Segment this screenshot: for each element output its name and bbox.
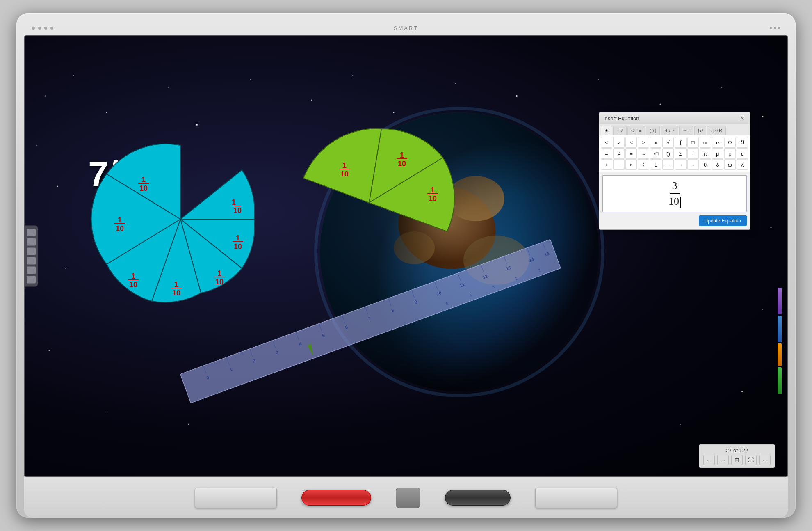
sym-approx[interactable]: ≈ xyxy=(638,148,649,159)
bottom-button-right[interactable] xyxy=(535,488,617,508)
sym-tab-calculus[interactable]: ∫ ∂ xyxy=(694,126,707,135)
sym-tab-ops[interactable]: ± √ xyxy=(613,126,627,135)
sym-rho[interactable]: ρ xyxy=(724,148,736,159)
bottom-circle[interactable] xyxy=(396,488,420,508)
nav-back-button[interactable]: ← xyxy=(703,455,715,465)
sym-delta[interactable]: δ xyxy=(712,159,723,170)
sym-lambda[interactable]: λ xyxy=(737,159,748,170)
update-equation-button[interactable]: Update Equation xyxy=(699,215,747,226)
sym-gt[interactable]: > xyxy=(613,137,625,148)
side-btn-1[interactable] xyxy=(27,229,36,236)
screen: 7/10 1 10 1 10 1 10 1 10 1 xyxy=(24,35,788,477)
side-btn-6[interactable] xyxy=(27,276,36,284)
sym-tab-brackets[interactable]: ( ) | xyxy=(646,126,660,135)
monitor-bottom xyxy=(24,477,788,518)
nav-forward-button[interactable]: → xyxy=(717,455,729,465)
nav-expand-button[interactable]: ↔ xyxy=(759,455,771,465)
sym-infinity[interactable]: ∞ xyxy=(700,137,711,148)
sym-dash[interactable]: — xyxy=(662,159,674,170)
sym-theta[interactable]: θ xyxy=(700,159,711,170)
monitor-dots-right xyxy=(770,27,780,29)
sym-arrow[interactable]: → xyxy=(675,159,687,170)
monitor-dot-1 xyxy=(32,27,35,30)
sym-gte[interactable]: ≥ xyxy=(638,137,649,148)
pencil-purple[interactable] xyxy=(778,288,782,314)
sym-tab-sets[interactable]: ∃ ∪ · xyxy=(661,126,678,135)
side-btn-5[interactable] xyxy=(27,267,36,274)
sym-eq[interactable]: = xyxy=(601,148,612,159)
monitor-dot-r2 xyxy=(774,27,776,29)
dialog-titlebar: Insert Equation × xyxy=(599,112,750,124)
sym-square[interactable]: □ xyxy=(687,137,699,148)
equation-denominator: 10 xyxy=(666,194,683,208)
sym-tab-relations[interactable]: < ≠ ≡ xyxy=(627,126,645,135)
dialog-close-button[interactable]: × xyxy=(739,114,746,122)
nav-grid-button[interactable]: ⊞ xyxy=(731,455,743,465)
side-btn-2[interactable] xyxy=(27,238,36,246)
pencil-blue[interactable] xyxy=(778,316,782,342)
monitor-dot-3 xyxy=(44,27,47,30)
monitor-dot-r1 xyxy=(770,27,772,29)
sym-pm[interactable]: ± xyxy=(650,159,661,170)
pencil-green[interactable] xyxy=(778,367,782,394)
eq-cursor xyxy=(680,197,681,208)
sym-integral[interactable]: ∫ xyxy=(675,137,687,148)
sym-parens[interactable]: () xyxy=(662,148,674,159)
sym-tab-arrows[interactable]: → I xyxy=(679,126,693,135)
sym-cdot[interactable]: · xyxy=(687,148,699,159)
sym-sigma[interactable]: Σ xyxy=(675,148,687,159)
sym-minus[interactable]: − xyxy=(613,159,625,170)
nav-controls: ← → ⊞ ⛶ ↔ xyxy=(703,455,771,465)
brand-label: SMART xyxy=(394,25,418,31)
pencil-orange[interactable] xyxy=(778,343,782,366)
equation-numerator: 3 xyxy=(670,179,680,194)
equation-input-area[interactable]: 3 10 xyxy=(602,175,747,212)
sym-epsilon[interactable]: ε xyxy=(737,148,748,159)
sym-e[interactable]: e xyxy=(712,137,723,148)
sym-divide[interactable]: ÷ xyxy=(638,159,649,170)
navigation-bar: 27 of 122 ← → ⊞ ⛶ ↔ xyxy=(699,444,775,468)
symbol-grid: < > ≤ ≥ x √ ∫ □ ∞ e Ω ϑ = ≠ ≡ ≈ x□ () Σ xyxy=(599,135,750,172)
bottom-pen-red[interactable] xyxy=(301,490,371,506)
space-background xyxy=(25,36,787,476)
sym-xsup[interactable]: x□ xyxy=(650,148,661,159)
bottom-button-left[interactable] xyxy=(195,488,277,508)
sym-pi[interactable]: π xyxy=(700,148,711,159)
pencils-container xyxy=(778,288,782,394)
sym-omega[interactable]: ω xyxy=(724,159,736,170)
page-info: 27 of 122 xyxy=(726,447,748,453)
monitor-dots-left xyxy=(32,27,53,30)
side-btn-3[interactable] xyxy=(27,248,36,255)
symbol-tabs: ★ ± √ < ≠ ≡ ( ) | ∃ ∪ · → I ∫ ∂ π θ R xyxy=(599,124,750,135)
sym-sqrt[interactable]: √ xyxy=(662,137,674,148)
sym-lt[interactable]: < xyxy=(601,137,612,148)
dialog-title: Insert Equation xyxy=(603,115,639,121)
sym-omega-cap[interactable]: Ω xyxy=(724,137,736,148)
monitor-dot-2 xyxy=(38,27,41,30)
sym-neq[interactable]: ≠ xyxy=(613,148,625,159)
bottom-pen-dark[interactable] xyxy=(445,490,511,506)
monitor-dot-r3 xyxy=(778,27,780,29)
monitor: SMART xyxy=(16,13,796,518)
monitor-top-bar: SMART xyxy=(24,21,788,35)
equation-dialog: Insert Equation × ★ ± √ < ≠ ≡ ( ) | ∃ ∪ … xyxy=(599,112,750,230)
sym-tab-greek[interactable]: π θ R xyxy=(707,126,726,135)
side-btn-4[interactable] xyxy=(27,257,36,265)
side-panel[interactable] xyxy=(25,226,38,287)
sym-x[interactable]: x xyxy=(650,137,661,148)
monitor-dot-4 xyxy=(50,27,53,30)
sym-mu[interactable]: μ xyxy=(712,148,723,159)
sym-not[interactable]: ¬ xyxy=(687,159,699,170)
sym-vartheta[interactable]: ϑ xyxy=(737,137,748,148)
sym-equiv[interactable]: ≡ xyxy=(625,148,637,159)
sym-plus[interactable]: + xyxy=(601,159,612,170)
sym-lte[interactable]: ≤ xyxy=(625,137,637,148)
sym-tab-favorites[interactable]: ★ xyxy=(601,126,612,135)
equation-display: 3 10 xyxy=(666,179,683,208)
sym-times[interactable]: × xyxy=(625,159,637,170)
nav-fit-button[interactable]: ⛶ xyxy=(745,455,757,465)
